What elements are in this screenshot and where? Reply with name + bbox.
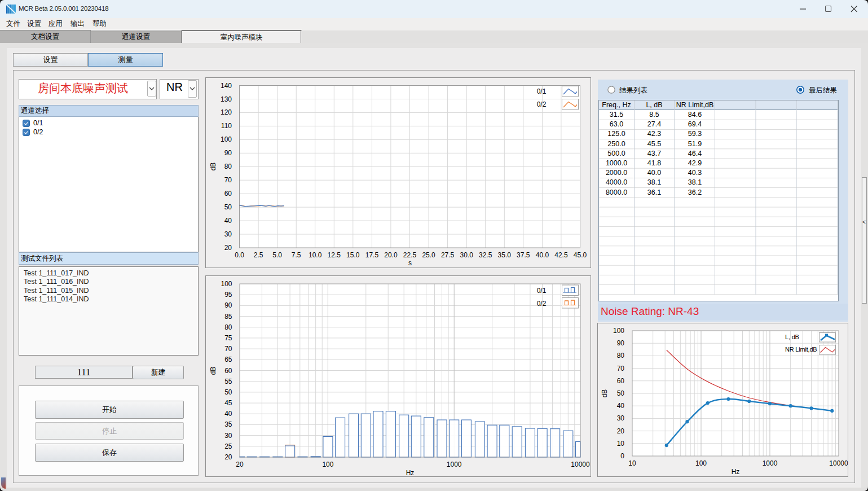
svg-text:25.0: 25.0 <box>422 251 435 259</box>
svg-text:50: 50 <box>224 203 232 211</box>
svg-text:100: 100 <box>221 135 232 143</box>
svg-text:25: 25 <box>224 442 232 450</box>
svg-text:20: 20 <box>617 427 625 435</box>
svg-text:42.5: 42.5 <box>554 251 568 259</box>
svg-text:90: 90 <box>224 149 232 157</box>
svg-text:22.5: 22.5 <box>403 251 417 259</box>
svg-text:30: 30 <box>617 414 625 422</box>
svg-text:75: 75 <box>224 334 232 342</box>
svg-text:100: 100 <box>322 461 333 468</box>
svg-text:7.5: 7.5 <box>292 251 301 259</box>
svg-text:32.5: 32.5 <box>479 251 492 259</box>
svg-text:60: 60 <box>617 377 625 385</box>
svg-text:30: 30 <box>224 432 232 440</box>
svg-text:dB: dB <box>601 389 609 398</box>
svg-text:20: 20 <box>224 244 232 252</box>
svg-text:Hz: Hz <box>406 469 415 477</box>
svg-text:140: 140 <box>221 82 232 90</box>
svg-text:dB: dB <box>209 367 217 375</box>
svg-text:0/2: 0/2 <box>537 100 547 108</box>
svg-text:80: 80 <box>224 323 232 331</box>
svg-text:30.0: 30.0 <box>460 251 474 259</box>
svg-text:40: 40 <box>617 402 625 410</box>
svg-text:10: 10 <box>617 440 625 448</box>
svg-text:100: 100 <box>613 327 624 335</box>
svg-text:50: 50 <box>224 388 232 396</box>
svg-text:NR Limit,dB: NR Limit,dB <box>785 346 817 353</box>
svg-text:5.0: 5.0 <box>272 251 282 259</box>
svg-text:100: 100 <box>695 459 707 467</box>
svg-text:0/2: 0/2 <box>537 300 547 308</box>
svg-text:45.0: 45.0 <box>574 251 587 259</box>
svg-text:50: 50 <box>617 389 625 397</box>
svg-text:20.0: 20.0 <box>384 251 398 259</box>
svg-text:70: 70 <box>224 345 232 353</box>
svg-text:37.5: 37.5 <box>517 251 530 259</box>
svg-text:40: 40 <box>224 217 232 225</box>
svg-text:35: 35 <box>224 420 232 428</box>
svg-text:45: 45 <box>224 399 232 407</box>
svg-text:1000: 1000 <box>763 459 778 467</box>
svg-text:1000: 1000 <box>447 461 462 468</box>
svg-text:60: 60 <box>224 367 232 375</box>
svg-text:15.0: 15.0 <box>346 251 360 259</box>
svg-text:95: 95 <box>224 291 232 299</box>
svg-text:85: 85 <box>224 313 232 321</box>
svg-text:130: 130 <box>221 95 232 103</box>
svg-text:L, dB: L, dB <box>785 334 799 340</box>
svg-text:80: 80 <box>224 163 232 170</box>
svg-text:10.0: 10.0 <box>309 251 322 259</box>
svg-text:80: 80 <box>617 352 625 360</box>
svg-text:40: 40 <box>224 410 232 418</box>
svg-text:20: 20 <box>236 461 244 468</box>
svg-text:s: s <box>408 259 412 267</box>
svg-text:30: 30 <box>224 230 232 238</box>
svg-text:2.5: 2.5 <box>254 251 263 259</box>
svg-text:120: 120 <box>221 108 232 116</box>
svg-text:0/1: 0/1 <box>537 87 547 95</box>
svg-text:70: 70 <box>617 365 625 372</box>
svg-text:10000: 10000 <box>829 459 848 467</box>
svg-text:35.0: 35.0 <box>498 251 512 259</box>
svg-text:dB: dB <box>209 163 217 171</box>
svg-text:90: 90 <box>224 301 232 309</box>
svg-text:70: 70 <box>224 176 232 184</box>
svg-text:Hz: Hz <box>732 468 740 476</box>
svg-text:65: 65 <box>224 356 232 363</box>
svg-text:10000: 10000 <box>571 461 590 468</box>
svg-text:90: 90 <box>617 339 625 347</box>
svg-text:40.0: 40.0 <box>536 251 549 259</box>
svg-text:17.5: 17.5 <box>365 251 379 259</box>
svg-text:12.5: 12.5 <box>328 251 341 259</box>
svg-text:110: 110 <box>221 122 232 130</box>
svg-text:60: 60 <box>224 190 232 198</box>
svg-text:20: 20 <box>224 453 232 461</box>
svg-text:0/1: 0/1 <box>537 287 547 295</box>
svg-text:27.5: 27.5 <box>441 251 455 259</box>
svg-text:55: 55 <box>224 378 232 385</box>
svg-text:0: 0 <box>620 452 624 460</box>
svg-text:10: 10 <box>628 459 636 467</box>
svg-text:0.0: 0.0 <box>235 251 244 259</box>
svg-text:100: 100 <box>221 280 232 288</box>
